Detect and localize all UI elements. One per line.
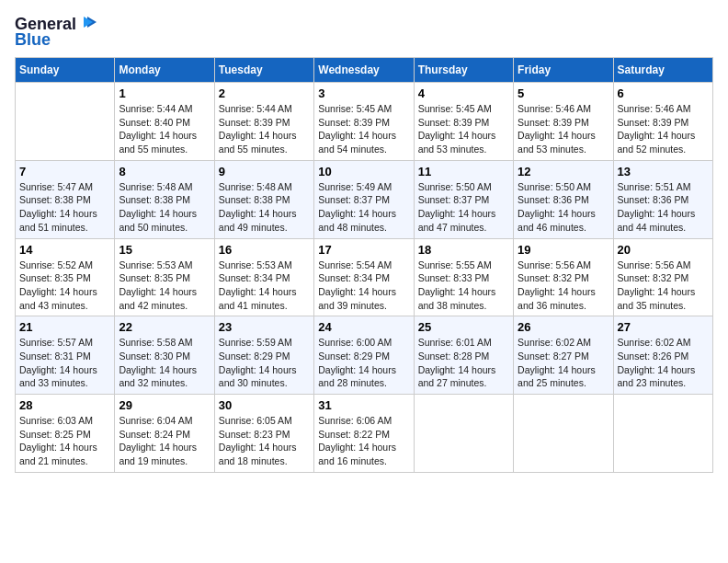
day-info: Sunrise: 5:54 AMSunset: 8:34 PMDaylight:… — [318, 259, 409, 313]
calendar-cell — [613, 395, 712, 473]
calendar-cell: 12Sunrise: 5:50 AMSunset: 8:36 PMDayligh… — [514, 160, 613, 238]
day-number: 16 — [219, 243, 310, 257]
day-info: Sunrise: 5:45 AMSunset: 8:39 PMDaylight:… — [318, 102, 409, 156]
calendar-week-row: 7Sunrise: 5:47 AMSunset: 8:38 PMDaylight… — [16, 160, 713, 238]
calendar-cell: 27Sunrise: 6:02 AMSunset: 8:26 PMDayligh… — [613, 316, 712, 395]
calendar-cell: 21Sunrise: 5:57 AMSunset: 8:31 PMDayligh… — [16, 316, 115, 395]
day-info: Sunrise: 5:46 AMSunset: 8:39 PMDaylight:… — [618, 102, 709, 156]
day-header-sunday: Sunday — [16, 58, 115, 83]
day-info: Sunrise: 5:48 AMSunset: 8:38 PMDaylight:… — [119, 180, 210, 235]
day-info: Sunrise: 5:53 AMSunset: 8:34 PMDaylight:… — [219, 259, 310, 313]
day-info: Sunrise: 5:47 AMSunset: 8:38 PMDaylight:… — [19, 180, 110, 235]
day-number: 21 — [19, 320, 110, 334]
day-header-monday: Monday — [115, 58, 214, 83]
calendar-cell: 2Sunrise: 5:44 AMSunset: 8:39 PMDaylight… — [214, 83, 313, 161]
calendar-cell: 20Sunrise: 5:56 AMSunset: 8:32 PMDayligh… — [613, 238, 712, 316]
day-info: Sunrise: 5:52 AMSunset: 8:35 PMDaylight:… — [19, 259, 110, 313]
day-info: Sunrise: 5:53 AMSunset: 8:35 PMDaylight:… — [119, 259, 210, 313]
day-header-friday: Friday — [514, 58, 613, 83]
day-info: Sunrise: 5:44 AMSunset: 8:40 PMDaylight:… — [119, 102, 210, 156]
day-info: Sunrise: 6:06 AMSunset: 8:22 PMDaylight:… — [318, 414, 409, 468]
calendar-cell: 30Sunrise: 6:05 AMSunset: 8:23 PMDayligh… — [214, 395, 313, 473]
day-number: 15 — [119, 243, 210, 257]
day-info: Sunrise: 5:56 AMSunset: 8:32 PMDaylight:… — [618, 259, 709, 313]
calendar-cell — [16, 83, 115, 161]
logo: General Blue — [15, 15, 97, 50]
calendar-header-row: SundayMondayTuesdayWednesdayThursdayFrid… — [16, 58, 713, 83]
calendar-week-row: 21Sunrise: 5:57 AMSunset: 8:31 PMDayligh… — [16, 316, 713, 395]
day-number: 30 — [219, 398, 310, 412]
day-number: 28 — [19, 398, 110, 412]
day-info: Sunrise: 5:48 AMSunset: 8:38 PMDaylight:… — [219, 180, 310, 235]
day-number: 4 — [418, 86, 509, 100]
calendar-cell: 19Sunrise: 5:56 AMSunset: 8:32 PMDayligh… — [514, 238, 613, 316]
day-number: 17 — [318, 243, 409, 257]
calendar-cell: 26Sunrise: 6:02 AMSunset: 8:27 PMDayligh… — [514, 316, 613, 395]
calendar-cell: 1Sunrise: 5:44 AMSunset: 8:40 PMDaylight… — [115, 83, 214, 161]
day-info: Sunrise: 6:00 AMSunset: 8:29 PMDaylight:… — [318, 336, 409, 390]
day-info: Sunrise: 5:51 AMSunset: 8:36 PMDaylight:… — [618, 180, 709, 235]
day-header-saturday: Saturday — [613, 58, 712, 83]
day-number: 31 — [318, 398, 409, 412]
day-number: 13 — [618, 165, 709, 178]
day-info: Sunrise: 6:03 AMSunset: 8:25 PMDaylight:… — [19, 414, 110, 468]
calendar-cell: 13Sunrise: 5:51 AMSunset: 8:36 PMDayligh… — [613, 160, 712, 238]
day-info: Sunrise: 5:50 AMSunset: 8:36 PMDaylight:… — [518, 180, 609, 235]
day-number: 8 — [119, 165, 210, 178]
calendar-cell: 14Sunrise: 5:52 AMSunset: 8:35 PMDayligh… — [16, 238, 115, 316]
day-header-wednesday: Wednesday — [314, 58, 414, 83]
page-header: General Blue — [15, 15, 713, 50]
logo-blue-text: Blue — [15, 30, 51, 50]
day-header-tuesday: Tuesday — [214, 58, 313, 83]
calendar-cell — [414, 395, 513, 473]
day-number: 22 — [119, 320, 210, 334]
day-info: Sunrise: 6:05 AMSunset: 8:23 PMDaylight:… — [219, 414, 310, 468]
calendar-cell: 8Sunrise: 5:48 AMSunset: 8:38 PMDaylight… — [115, 160, 214, 238]
day-number: 2 — [219, 86, 310, 100]
day-info: Sunrise: 5:59 AMSunset: 8:29 PMDaylight:… — [219, 336, 310, 390]
day-info: Sunrise: 6:02 AMSunset: 8:27 PMDaylight:… — [518, 336, 609, 390]
calendar-cell: 17Sunrise: 5:54 AMSunset: 8:34 PMDayligh… — [314, 238, 414, 316]
day-number: 11 — [418, 165, 509, 178]
day-info: Sunrise: 5:58 AMSunset: 8:30 PMDaylight:… — [119, 336, 210, 390]
day-number: 29 — [119, 398, 210, 412]
day-info: Sunrise: 6:01 AMSunset: 8:28 PMDaylight:… — [418, 336, 509, 390]
calendar-cell: 6Sunrise: 5:46 AMSunset: 8:39 PMDaylight… — [613, 83, 712, 161]
day-number: 14 — [19, 243, 110, 257]
day-number: 9 — [219, 165, 310, 178]
day-number: 18 — [418, 243, 509, 257]
calendar-cell: 28Sunrise: 6:03 AMSunset: 8:25 PMDayligh… — [16, 395, 115, 473]
day-info: Sunrise: 5:44 AMSunset: 8:39 PMDaylight:… — [219, 102, 310, 156]
calendar-cell: 7Sunrise: 5:47 AMSunset: 8:38 PMDaylight… — [16, 160, 115, 238]
calendar-cell: 31Sunrise: 6:06 AMSunset: 8:22 PMDayligh… — [314, 395, 414, 473]
day-number: 23 — [219, 320, 310, 334]
day-number: 7 — [19, 165, 110, 178]
day-number: 24 — [318, 320, 409, 334]
day-number: 27 — [618, 320, 709, 334]
calendar-week-row: 28Sunrise: 6:03 AMSunset: 8:25 PMDayligh… — [16, 395, 713, 473]
calendar-cell: 22Sunrise: 5:58 AMSunset: 8:30 PMDayligh… — [115, 316, 214, 395]
day-number: 3 — [318, 86, 409, 100]
day-info: Sunrise: 5:45 AMSunset: 8:39 PMDaylight:… — [418, 102, 509, 156]
calendar-cell: 3Sunrise: 5:45 AMSunset: 8:39 PMDaylight… — [314, 83, 414, 161]
calendar-cell: 9Sunrise: 5:48 AMSunset: 8:38 PMDaylight… — [214, 160, 313, 238]
calendar-cell: 4Sunrise: 5:45 AMSunset: 8:39 PMDaylight… — [414, 83, 513, 161]
day-number: 20 — [618, 243, 709, 257]
day-number: 26 — [518, 320, 609, 334]
calendar-cell: 16Sunrise: 5:53 AMSunset: 8:34 PMDayligh… — [214, 238, 313, 316]
day-number: 12 — [518, 165, 609, 178]
day-number: 10 — [318, 165, 409, 178]
day-info: Sunrise: 6:02 AMSunset: 8:26 PMDaylight:… — [618, 336, 709, 390]
day-info: Sunrise: 5:55 AMSunset: 8:33 PMDaylight:… — [418, 259, 509, 313]
calendar-week-row: 14Sunrise: 5:52 AMSunset: 8:35 PMDayligh… — [16, 238, 713, 316]
calendar-cell: 15Sunrise: 5:53 AMSunset: 8:35 PMDayligh… — [115, 238, 214, 316]
calendar-cell — [514, 395, 613, 473]
day-info: Sunrise: 5:56 AMSunset: 8:32 PMDaylight:… — [518, 259, 609, 313]
day-info: Sunrise: 5:57 AMSunset: 8:31 PMDaylight:… — [19, 336, 110, 390]
calendar-cell: 5Sunrise: 5:46 AMSunset: 8:39 PMDaylight… — [514, 83, 613, 161]
calendar-cell: 11Sunrise: 5:50 AMSunset: 8:37 PMDayligh… — [414, 160, 513, 238]
day-info: Sunrise: 5:46 AMSunset: 8:39 PMDaylight:… — [518, 102, 609, 156]
calendar-cell: 10Sunrise: 5:49 AMSunset: 8:37 PMDayligh… — [314, 160, 414, 238]
day-info: Sunrise: 5:50 AMSunset: 8:37 PMDaylight:… — [418, 180, 509, 235]
calendar-cell: 23Sunrise: 5:59 AMSunset: 8:29 PMDayligh… — [214, 316, 313, 395]
